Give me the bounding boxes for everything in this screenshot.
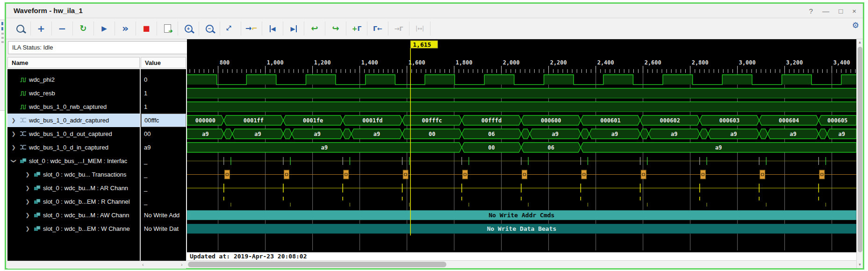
minimize-button[interactable]: — bbox=[822, 7, 829, 15]
transaction-marker[interactable] bbox=[344, 170, 349, 179]
go-to-end-icon[interactable]: ▶ bbox=[283, 21, 304, 36]
wave-horizontal-scrollbar[interactable] bbox=[187, 260, 856, 268]
waveform-svg[interactable]: 8001,0001,2001,4001,6001,8002,0002,2002,… bbox=[187, 39, 856, 252]
zoom-to-cursor-icon[interactable]: →⌐ bbox=[241, 21, 262, 36]
const-high-fill bbox=[187, 88, 856, 98]
bus-value-label: 00fffd bbox=[481, 117, 502, 124]
run-immediate-icon[interactable]: ▶ bbox=[94, 21, 115, 36]
wave-vertical-scrollbar[interactable]: ▲ ▼ bbox=[856, 39, 863, 268]
scroll-down-icon[interactable]: ▼ bbox=[857, 262, 863, 268]
remove-probes-icon[interactable]: − bbox=[52, 21, 73, 36]
clock-high-fill bbox=[187, 75, 217, 85]
signal-value[interactable]: 00 bbox=[141, 127, 186, 141]
stop-trigger-icon[interactable]: ■ bbox=[136, 21, 157, 36]
help-button[interactable]: ? bbox=[809, 7, 813, 15]
signal-row-wdc-bus-1-0-addr-captured[interactable]: ❯wdc_bus_1_0_addr_captured bbox=[7, 114, 140, 127]
signal-value[interactable]: No Write Dat bbox=[141, 222, 186, 235]
expand-arrow-icon[interactable]: ❯ bbox=[22, 199, 34, 205]
zoom-fit-icon[interactable]: ⤢ bbox=[220, 21, 241, 36]
collapse-arrow-icon[interactable]: ❯ bbox=[11, 155, 17, 167]
close-button[interactable]: × bbox=[852, 7, 856, 15]
signal-name: slot_0 : wdc_b...EM : R Channel bbox=[43, 198, 130, 205]
signal-value[interactable]: 1 bbox=[141, 100, 186, 114]
expand-arrow-icon[interactable]: ❯ bbox=[22, 171, 34, 178]
signal-row-wdc-bus-1-0-rwb-captured[interactable]: wdc_bus_1_0_rwb_captured bbox=[7, 100, 140, 114]
signal-name: slot_0 : wdc_bu...M : AW Chann bbox=[43, 212, 129, 219]
scroll-right-icon[interactable]: › bbox=[181, 262, 183, 267]
scroll-up-icon[interactable]: ▲ bbox=[857, 39, 863, 46]
signal-value[interactable]: _ bbox=[141, 168, 186, 181]
add-marker-icon[interactable]: +Γ bbox=[346, 21, 367, 36]
export-data-icon[interactable] bbox=[157, 21, 178, 36]
transaction-marker[interactable] bbox=[403, 170, 408, 179]
signal-row-slot-0-wdc-bu-m-ar-chann[interactable]: ❯slot_0 : wdc_bu...M : AR Chann bbox=[7, 181, 140, 195]
swap-marker-icon[interactable]: →Γ bbox=[388, 21, 409, 36]
bus-value-label: a9 bbox=[552, 131, 559, 137]
signal-row-slot-0-wdc-b-em-w-channe[interactable]: ❯slot_0 : wdc_b...EM : W Channe bbox=[7, 222, 140, 235]
signal-row-wdc-bus-1-0-d-out-captured[interactable]: ❯wdc_bus_1_0_d_out_captured bbox=[7, 127, 140, 141]
maximize-button[interactable]: □ bbox=[839, 7, 843, 15]
expand-arrow-icon[interactable]: ❯ bbox=[7, 144, 20, 150]
wave-canvas[interactable]: 8001,0001,2001,4001,6001,8002,0002,2002,… bbox=[187, 39, 856, 252]
goto-marker-icon[interactable]: Γ← bbox=[367, 21, 388, 36]
settings-gear-icon[interactable]: ⚙ bbox=[852, 21, 859, 29]
transaction-marker[interactable] bbox=[462, 170, 467, 179]
signal-row-slot-0-wdc-b-em-r-channel[interactable]: ❯slot_0 : wdc_b...EM : R Channel bbox=[7, 195, 140, 208]
hscroll-thumb[interactable] bbox=[188, 262, 446, 267]
signal-row-wdc-resb[interactable]: wdc_resb bbox=[7, 86, 140, 100]
expand-arrow-icon[interactable]: ❯ bbox=[7, 117, 20, 123]
previous-transition-icon[interactable]: ↩ bbox=[304, 21, 325, 36]
title-bar[interactable]: Waveform - hw_ila_1 ?—□× bbox=[6, 4, 863, 18]
signal-value[interactable]: _ bbox=[141, 181, 186, 195]
signal-value[interactable]: No Write Add bbox=[141, 208, 186, 222]
signal-value[interactable]: _ bbox=[141, 154, 186, 168]
signal-value[interactable]: 00fffc bbox=[141, 114, 186, 127]
run-trigger-icon[interactable]: ↻ bbox=[73, 21, 94, 36]
signal-value[interactable]: a9 bbox=[141, 141, 186, 154]
value-column-header[interactable]: Value bbox=[141, 57, 186, 68]
transaction-marker[interactable] bbox=[224, 170, 230, 179]
search-icon[interactable] bbox=[10, 21, 31, 36]
bus-value-label: 00 bbox=[429, 131, 435, 137]
expand-arrow-icon[interactable]: ❯ bbox=[7, 131, 20, 137]
signal-value[interactable]: 1 bbox=[141, 86, 186, 100]
transaction-marker[interactable] bbox=[522, 170, 527, 179]
add-probes-icon[interactable]: + bbox=[31, 21, 52, 36]
span-markers-icon[interactable]: |↔| bbox=[409, 21, 430, 36]
transaction-marker[interactable] bbox=[760, 170, 765, 179]
signal-value[interactable]: _ bbox=[141, 195, 186, 208]
ruler-tick-label: 2,000 bbox=[503, 59, 520, 66]
waveform-toolbar: +−↻▶»■+−⤢→⌐◀▶↩↪+ΓΓ←→Γ|↔| bbox=[6, 18, 863, 39]
signal-name: wdc_bus_1_0_addr_captured bbox=[29, 117, 109, 124]
expand-arrow-icon[interactable]: ❯ bbox=[22, 212, 34, 218]
run-continuous-icon[interactable]: » bbox=[115, 21, 136, 36]
clock-high-fill bbox=[425, 75, 455, 85]
tree-horizontal-scrollbar[interactable]: ‹ › bbox=[7, 261, 186, 269]
column-divider[interactable] bbox=[140, 69, 141, 261]
iface-signal-icon bbox=[34, 199, 41, 205]
bus-value-label: 000604 bbox=[779, 117, 799, 124]
next-transition-icon[interactable]: ↪ bbox=[325, 21, 346, 36]
scroll-left-icon[interactable]: ‹ bbox=[142, 262, 144, 267]
signal-row-wdc-phi2[interactable]: wdc_phi2 bbox=[7, 73, 140, 86]
name-column-header[interactable]: Name bbox=[7, 57, 140, 68]
vscroll-thumb[interactable] bbox=[858, 47, 862, 252]
signal-value[interactable]: 0 bbox=[141, 73, 186, 86]
zoom-out-icon[interactable]: − bbox=[199, 21, 220, 36]
go-to-start-icon[interactable]: ◀ bbox=[262, 21, 283, 36]
transaction-marker[interactable] bbox=[700, 170, 705, 179]
transaction-marker[interactable] bbox=[581, 170, 587, 179]
bus-value-label: a9 bbox=[790, 131, 796, 137]
signal-row-slot-0-wdc-bus-i-mem-interfac[interactable]: ❯slot_0 : wdc_bus_...I_MEM : Interfac bbox=[7, 154, 140, 168]
signal-row-wdc-bus-1-0-d-in-captured[interactable]: ❯wdc_bus_1_0_d_in_captured bbox=[7, 141, 140, 154]
transaction-marker[interactable] bbox=[284, 170, 289, 179]
bus-value-label: 000603 bbox=[719, 117, 739, 124]
signal-row-slot-0-wdc-bu-transactions[interactable]: ❯slot_0 : wdc_bu... Transactions bbox=[7, 168, 140, 181]
bus-segment bbox=[343, 129, 351, 139]
expand-arrow-icon[interactable]: ❯ bbox=[22, 185, 34, 191]
transaction-marker[interactable] bbox=[641, 170, 646, 179]
transaction-marker[interactable] bbox=[819, 170, 825, 179]
signal-row-slot-0-wdc-bu-m-aw-chann[interactable]: ❯slot_0 : wdc_bu...M : AW Chann bbox=[7, 208, 140, 222]
expand-arrow-icon[interactable]: ❯ bbox=[22, 226, 34, 232]
zoom-in-icon[interactable]: + bbox=[178, 21, 199, 36]
